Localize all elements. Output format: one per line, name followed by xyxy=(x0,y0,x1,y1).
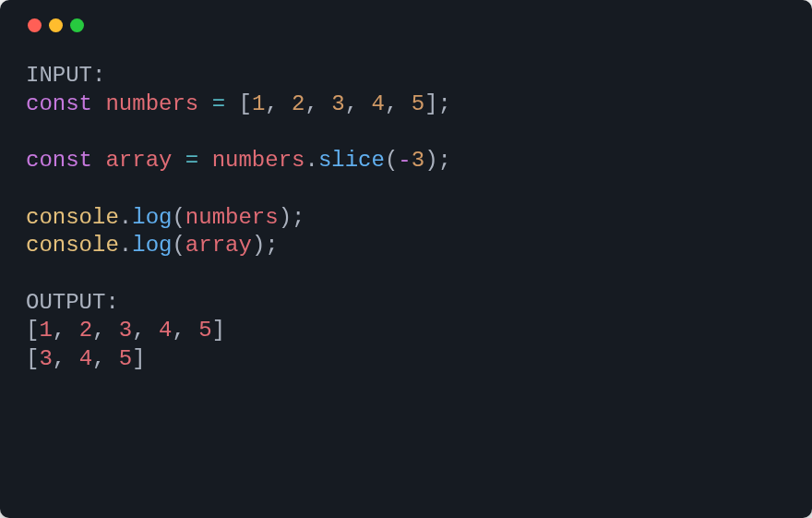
keyword-const: const xyxy=(26,91,92,116)
op-equals: = xyxy=(212,91,225,116)
zoom-icon[interactable] xyxy=(70,18,84,32)
method-slice: slice xyxy=(318,148,385,173)
code-window: INPUT: const numbers = [1, 2, 3, 4, 5]; … xyxy=(0,0,812,518)
close-icon[interactable] xyxy=(28,18,42,32)
var-array: array xyxy=(105,148,172,173)
keyword-const: const xyxy=(26,148,92,173)
console-obj: console xyxy=(26,205,119,230)
op-equals: = xyxy=(185,148,198,173)
console-obj: console xyxy=(26,233,119,258)
code-block: INPUT: const numbers = [1, 2, 3, 4, 5]; … xyxy=(26,62,786,374)
ref-numbers: numbers xyxy=(212,148,305,173)
minimize-icon[interactable] xyxy=(49,18,63,32)
method-log: log xyxy=(132,233,172,258)
output-label: OUTPUT: xyxy=(26,290,119,315)
arg-numbers: numbers xyxy=(185,205,279,230)
input-label: INPUT: xyxy=(26,63,105,88)
arg-array: array xyxy=(185,233,252,258)
var-numbers: numbers xyxy=(105,91,198,116)
method-log: log xyxy=(132,205,172,230)
window-titlebar xyxy=(26,18,786,32)
